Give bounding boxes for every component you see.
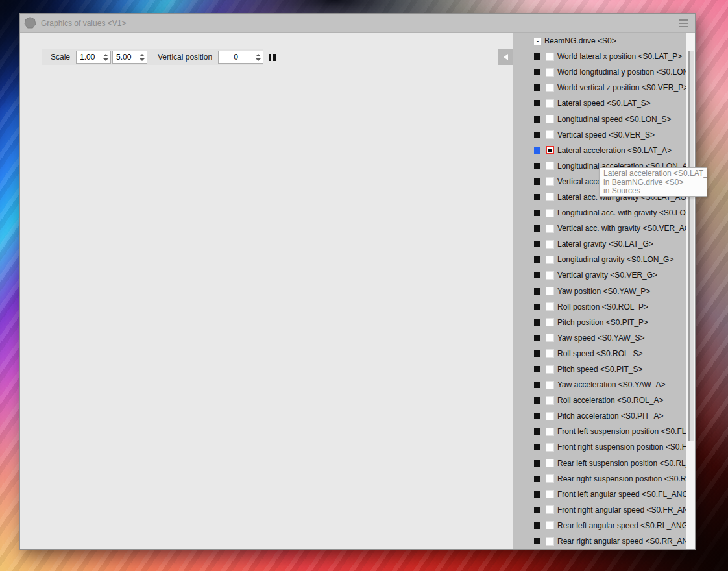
checkbox[interactable]	[546, 287, 554, 295]
tree-item[interactable]: Yaw acceleration <S0.YAW_A>	[513, 377, 686, 393]
color-swatch[interactable]	[534, 194, 540, 200]
checkbox[interactable]	[546, 99, 554, 108]
color-swatch[interactable]	[534, 507, 540, 513]
checkbox[interactable]	[546, 537, 554, 546]
scale-min-spinner[interactable]	[76, 51, 111, 64]
checkbox[interactable]	[546, 505, 554, 514]
checkbox[interactable]	[546, 84, 554, 92]
tree-collapse-toggle[interactable]: -	[534, 38, 541, 45]
scale-min-spin-arrows[interactable]	[101, 51, 110, 63]
tree-item[interactable]: Front left suspension position <S0.FL_P>	[513, 424, 686, 439]
color-swatch[interactable]	[534, 272, 540, 278]
tree-item[interactable]: World lateral x position <S0.LAT_P>	[513, 49, 686, 64]
scale-max-spinner[interactable]	[112, 51, 147, 64]
tree-item[interactable]: Pitch position <S0.PIT_P>	[513, 315, 686, 330]
checkbox[interactable]	[546, 302, 554, 311]
tree-item[interactable]: Rear right suspension position <S0.RR_P>	[513, 471, 686, 487]
color-swatch[interactable]	[534, 132, 540, 138]
checkbox[interactable]	[546, 428, 554, 436]
checkbox[interactable]	[546, 459, 554, 467]
tree-item[interactable]: Longitudinal speed <S0.LON_S>	[513, 111, 686, 127]
tree-item[interactable]: Lateral gravity <S0.LAT_G>	[513, 236, 686, 252]
checkbox[interactable]	[546, 490, 554, 498]
spin-up-icon[interactable]	[140, 54, 145, 56]
color-swatch[interactable]	[534, 397, 540, 404]
collapse-panel-button[interactable]	[498, 49, 513, 65]
checkbox[interactable]	[546, 193, 554, 201]
spin-down-icon[interactable]	[256, 58, 261, 61]
tree-item[interactable]: World longitudinal y position <S0.LON_P>	[513, 64, 686, 80]
tree-item[interactable]: Pitch acceleration <S0.PIT_A>	[513, 408, 686, 424]
spin-down-icon[interactable]	[140, 58, 145, 61]
color-swatch[interactable]	[534, 522, 540, 529]
color-swatch[interactable]	[534, 210, 540, 216]
color-swatch[interactable]	[534, 538, 540, 544]
checkbox[interactable]	[546, 53, 554, 61]
checkbox[interactable]	[546, 225, 554, 233]
checkbox[interactable]	[546, 349, 554, 358]
checkbox[interactable]	[546, 318, 554, 326]
tree-item[interactable]: Rear left suspension position <S0.RL_P>	[513, 456, 686, 471]
checkbox[interactable]	[546, 256, 554, 264]
tree-item[interactable]: Roll position <S0.ROL_P>	[513, 299, 686, 315]
scale-max-input[interactable]	[113, 53, 137, 62]
checkbox[interactable]	[546, 209, 554, 217]
tree-item[interactable]: Vertical speed <S0.VER_S>	[513, 127, 686, 143]
tree-item[interactable]: Lateral acceleration <S0.LAT_A>	[513, 143, 686, 158]
checkbox[interactable]	[546, 146, 554, 154]
spin-up-icon[interactable]	[103, 54, 108, 56]
panel-scrollbar[interactable]	[686, 33, 695, 549]
checkbox[interactable]	[546, 162, 554, 170]
color-swatch[interactable]	[534, 476, 540, 482]
checkbox[interactable]	[546, 334, 554, 342]
tree-root-item[interactable]: - BeamNG.drive <S0>	[513, 33, 686, 49]
tree-item[interactable]: Yaw position <S0.YAW_P>	[513, 284, 686, 299]
color-swatch[interactable]	[534, 69, 540, 75]
tree-item[interactable]: Vertical gravity <S0.VER_G>	[513, 267, 686, 283]
color-swatch[interactable]	[534, 366, 540, 372]
tree-item[interactable]: Vertical acc. with gravity <S0.VER_AG>	[513, 221, 686, 236]
checkbox[interactable]	[546, 240, 554, 249]
color-swatch[interactable]	[534, 491, 540, 498]
tree-item[interactable]: Roll acceleration <S0.ROL_A>	[513, 393, 686, 408]
tree-item[interactable]: Longitudinal gravity <S0.LON_G>	[513, 252, 686, 267]
checkbox[interactable]	[546, 68, 554, 77]
color-swatch[interactable]	[534, 225, 540, 232]
checkbox[interactable]	[546, 177, 554, 186]
vertical-position-spin-arrows[interactable]	[253, 51, 263, 63]
checkbox[interactable]	[546, 396, 554, 405]
tree-item[interactable]: Front right angular speed <S0.FR_ANGULAR…	[513, 502, 686, 518]
checkbox[interactable]	[546, 412, 554, 420]
color-swatch[interactable]	[534, 319, 540, 326]
tree-item[interactable]: Rear right angular speed <S0.RR_ANGULAR_…	[513, 533, 686, 549]
vertical-position-spinner[interactable]	[218, 51, 263, 64]
color-swatch[interactable]	[534, 163, 540, 169]
tree-item[interactable]: Lateral speed <S0.LAT_S>	[513, 95, 686, 111]
tree-item[interactable]: Longitudinal acc. with gravity <S0.LON_A…	[513, 205, 686, 221]
pause-button[interactable]	[269, 51, 276, 64]
color-swatch[interactable]	[534, 350, 540, 357]
color-swatch[interactable]	[534, 53, 540, 60]
checkbox[interactable]	[546, 130, 554, 139]
checkbox[interactable]	[546, 271, 554, 280]
checkbox[interactable]	[546, 115, 554, 123]
color-swatch[interactable]	[534, 444, 540, 450]
tree-item[interactable]: Roll speed <S0.ROL_S>	[513, 346, 686, 361]
checkbox[interactable]	[546, 474, 554, 483]
spin-down-icon[interactable]	[103, 58, 108, 61]
checkbox[interactable]	[546, 381, 554, 389]
scale-min-input[interactable]	[77, 53, 101, 62]
color-swatch[interactable]	[534, 288, 540, 295]
panel-scrollbar-thumb[interactable]	[688, 51, 694, 441]
tree-item[interactable]: Front right suspension position <S0.FR_P…	[513, 439, 686, 455]
checkbox[interactable]	[546, 521, 554, 529]
color-swatch[interactable]	[534, 460, 540, 467]
color-swatch[interactable]	[534, 413, 540, 419]
window-titlebar[interactable]: Graphics of values <V1>	[20, 14, 695, 33]
color-swatch[interactable]	[534, 256, 540, 263]
color-swatch[interactable]	[534, 428, 540, 435]
color-swatch[interactable]	[534, 100, 540, 106]
tree-item[interactable]: Rear left angular speed <S0.RL_ANGULAR_S…	[513, 518, 686, 533]
tree-item[interactable]: Yaw speed <S0.YAW_S>	[513, 330, 686, 346]
tree-item[interactable]: World vertical z position <S0.VER_P>	[513, 80, 686, 95]
